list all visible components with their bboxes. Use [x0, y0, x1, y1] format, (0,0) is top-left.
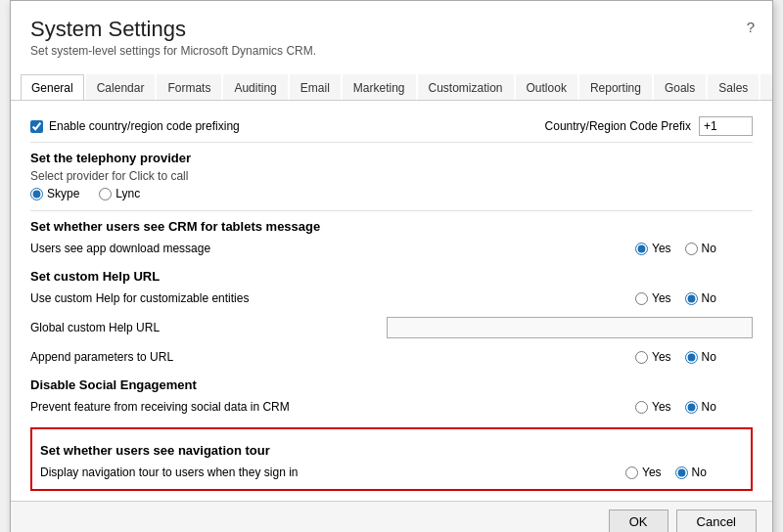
custom-help-yes-option: Yes: [635, 291, 671, 305]
social-yes-option: Yes: [635, 400, 671, 414]
help-icon[interactable]: ?: [747, 19, 755, 35]
social-setting-row: Prevent feature from receiving social da…: [30, 396, 753, 418]
ok-button[interactable]: OK: [609, 510, 668, 532]
social-radio-group: Yes No: [635, 400, 753, 414]
tab-customization[interactable]: Customization: [418, 74, 514, 101]
nav-tour-radio-group: Yes No: [625, 466, 743, 479]
system-settings-dialog: System Settings Set system-level setting…: [10, 0, 773, 532]
dialog-header: System Settings Set system-level setting…: [11, 1, 772, 64]
top-row: Enable country/region code prefixing Cou…: [30, 111, 753, 143]
tab-calendar[interactable]: Calendar: [86, 74, 156, 101]
social-section: Disable Social Engagement Prevent featur…: [30, 377, 753, 418]
tab-marketing[interactable]: Marketing: [343, 74, 416, 101]
telephony-options: Skype Lync: [30, 187, 753, 200]
nav-tour-no-label: No: [692, 466, 707, 479]
nav-tour-section: Set whether users see navigation tour Di…: [30, 427, 753, 491]
custom-help-no-radio[interactable]: [685, 292, 698, 305]
tablets-no-label: No: [702, 242, 716, 255]
tablets-yes-option: Yes: [635, 242, 671, 255]
social-yes-label: Yes: [652, 400, 671, 414]
social-no-radio[interactable]: [685, 401, 698, 414]
country-prefix-input[interactable]: [699, 116, 753, 136]
tabs-bar: General Calendar Formats Auditing Email …: [11, 73, 772, 101]
telephony-subtitle: Select provider for Click to call: [30, 169, 753, 183]
radio-skype: Skype: [30, 187, 79, 200]
custom-help-yes-radio[interactable]: [635, 292, 648, 305]
nav-tour-no-option: No: [675, 466, 707, 479]
tab-goals[interactable]: Goals: [654, 74, 706, 101]
tab-reporting[interactable]: Reporting: [579, 74, 652, 101]
dialog-title: System Settings: [30, 17, 753, 42]
tab-email[interactable]: Email: [290, 74, 341, 101]
nav-tour-no-radio[interactable]: [675, 466, 688, 479]
country-prefix-field-row: Country/Region Code Prefix: [545, 116, 753, 136]
tab-general[interactable]: General: [21, 74, 84, 101]
social-yes-radio[interactable]: [635, 401, 648, 414]
custom-help-no-option: No: [685, 291, 716, 305]
social-no-label: No: [702, 400, 716, 414]
dialog-subtitle: Set system-level settings for Microsoft …: [30, 44, 753, 58]
radio-lync: Lync: [99, 187, 140, 200]
tab-sales[interactable]: Sales: [708, 74, 759, 101]
custom-help-label: Use custom Help for customizable entitie…: [30, 291, 635, 305]
tab-outlook[interactable]: Outlook: [516, 74, 577, 101]
telephony-section: Set the telephony provider Select provid…: [30, 151, 753, 200]
country-prefix-checkbox-row: Enable country/region code prefixing: [30, 119, 545, 133]
append-no-radio[interactable]: [685, 351, 698, 364]
append-yes-option: Yes: [635, 350, 671, 364]
country-prefix-label: Enable country/region code prefixing: [49, 119, 240, 133]
social-title: Disable Social Engagement: [30, 377, 753, 392]
skype-label: Skype: [47, 187, 79, 200]
custom-help-row: Use custom Help for customizable entitie…: [30, 288, 753, 309]
tablets-radio-group: Yes No: [635, 242, 753, 255]
tablets-yes-radio[interactable]: [635, 243, 648, 255]
country-prefix-checkbox[interactable]: [30, 120, 43, 133]
radio-skype-input[interactable]: [30, 188, 43, 200]
global-help-url-input[interactable]: [387, 317, 753, 338]
lync-label: Lync: [115, 187, 140, 200]
tablets-no-option: No: [685, 242, 716, 255]
append-yes-radio[interactable]: [635, 351, 648, 364]
dialog-footer: OK Cancel: [11, 501, 772, 532]
append-params-row: Append parameters to URL Yes No: [30, 346, 753, 368]
country-prefix-field-label: Country/Region Code Prefix: [545, 119, 691, 133]
nav-tour-yes-radio[interactable]: [625, 466, 638, 479]
global-help-url-row: Global custom Help URL: [30, 309, 753, 346]
social-label: Prevent feature from receiving social da…: [30, 400, 635, 414]
tablets-no-radio[interactable]: [685, 243, 698, 255]
nav-tour-setting-row: Display navigation tour to users when th…: [40, 462, 743, 483]
append-no-option: No: [685, 350, 716, 364]
telephony-title: Set the telephony provider: [30, 151, 753, 165]
append-params-label: Append parameters to URL: [30, 350, 635, 364]
tablets-label: Users see app download message: [30, 242, 635, 255]
tablets-yes-label: Yes: [652, 242, 671, 255]
help-url-title: Set custom Help URL: [30, 269, 753, 284]
tab-formats[interactable]: Formats: [157, 74, 221, 101]
nav-tour-yes-label: Yes: [642, 466, 662, 479]
content-area: Enable country/region code prefixing Cou…: [11, 101, 772, 501]
global-help-url-label: Global custom Help URL: [30, 321, 387, 334]
custom-help-radio-group: Yes No: [635, 291, 753, 305]
custom-help-no-label: No: [702, 291, 716, 305]
nav-tour-yes-option: Yes: [625, 466, 662, 479]
radio-lync-input[interactable]: [99, 188, 112, 200]
nav-tour-label: Display navigation tour to users when th…: [40, 466, 625, 479]
cancel-button[interactable]: Cancel: [676, 510, 757, 532]
help-url-section: Set custom Help URL Use custom Help for …: [30, 269, 753, 368]
tablets-title: Set whether users see CRM for tablets me…: [30, 219, 753, 234]
custom-help-yes-label: Yes: [652, 291, 671, 305]
social-no-option: No: [685, 400, 716, 414]
tablets-section: Set whether users see CRM for tablets me…: [30, 219, 753, 259]
append-params-radio-group: Yes No: [635, 350, 753, 364]
tab-service[interactable]: Service: [760, 74, 772, 101]
tab-auditing[interactable]: Auditing: [223, 74, 287, 101]
tablets-setting-row: Users see app download message Yes No: [30, 238, 753, 259]
append-yes-label: Yes: [652, 350, 671, 364]
append-no-label: No: [702, 350, 716, 364]
nav-tour-title: Set whether users see navigation tour: [40, 443, 743, 458]
